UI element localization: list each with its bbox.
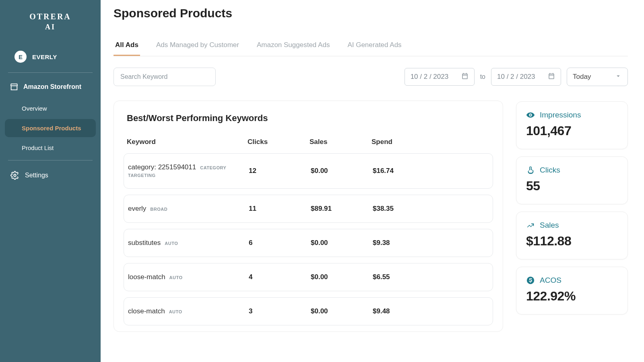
search-input[interactable]: [114, 68, 216, 86]
sidebar-item-sponsored-products[interactable]: Sponsored Products: [5, 119, 96, 137]
keyword-tag: AUTO: [169, 275, 183, 280]
cell-sales: $0.00: [311, 307, 373, 315]
dollar-icon: [526, 276, 535, 285]
nav-section-label: Amazon Storefront: [23, 83, 81, 90]
panel-title: Best/Worst Performing Keywords: [117, 113, 500, 134]
tab-ai-generated[interactable]: AI Generated Ads: [346, 35, 403, 56]
sidebar-item-product-list[interactable]: Product List: [5, 139, 96, 157]
date-from-input[interactable]: 10 / 2 / 2023: [405, 68, 475, 86]
kpi-value: 122.92%: [526, 289, 618, 304]
page-title: Sponsored Products: [114, 6, 628, 20]
header-sales: Sales: [310, 138, 372, 146]
user-row[interactable]: E EVERLY: [6, 44, 94, 69]
tabs: All Ads Ads Managed by Customer Amazon S…: [114, 35, 628, 56]
sidebar-item-settings[interactable]: Settings: [0, 164, 101, 187]
calendar-icon: [461, 72, 469, 82]
date-to-value: 10 / 2 / 2023: [497, 73, 535, 81]
touch-icon: [526, 166, 535, 175]
cell-clicks: 3: [249, 307, 311, 315]
cell-clicks: 12: [249, 167, 311, 175]
kpi-label: Clicks: [540, 166, 560, 175]
kpi-label: Sales: [540, 221, 559, 230]
kpi-card-clicks: Clicks55: [516, 156, 628, 204]
keyword-tag: AUTO: [165, 241, 178, 246]
cell-sales: $0.00: [311, 167, 373, 175]
cell-spend: $16.74: [373, 167, 489, 175]
main-content: Sponsored Products All Ads Ads Managed b…: [101, 0, 644, 362]
sidebar: OTRERA AI E EVERLY Amazon Storefront Ove…: [0, 0, 101, 362]
filter-row: 10 / 2 / 2023 to 10 / 2 / 2023 Today: [114, 68, 628, 86]
table-row[interactable]: substitutesAUTO6$0.00$9.38: [124, 229, 493, 257]
header-keyword: Keyword: [127, 138, 248, 146]
table-header: Keyword Clicks Sales Spend: [117, 134, 500, 153]
keyword-name: category: 2251594011: [128, 163, 196, 171]
keyword-tag: BROAD: [150, 207, 167, 212]
tab-all-ads[interactable]: All Ads: [114, 35, 140, 56]
kpi-value: $112.88: [526, 234, 618, 249]
calendar-icon: [548, 72, 555, 82]
svg-point-0: [14, 174, 16, 177]
user-name: EVERLY: [32, 53, 57, 60]
kpi-value: 101,467: [526, 123, 618, 138]
tab-amazon-suggested[interactable]: Amazon Suggested Ads: [255, 35, 331, 56]
cell-clicks: 11: [249, 205, 311, 213]
sidebar-item-overview[interactable]: Overview: [5, 99, 96, 117]
keywords-panel: Best/Worst Performing Keywords Keyword C…: [114, 101, 503, 332]
kpi-card-acos: ACOS122.92%: [516, 267, 628, 315]
cell-clicks: 4: [249, 273, 311, 281]
to-label: to: [480, 73, 485, 80]
keyword-name: loose-match: [128, 273, 165, 281]
cell-spend: $6.55: [373, 273, 489, 281]
cell-spend: $9.48: [373, 307, 489, 315]
keyword-tag: AUTO: [169, 309, 182, 314]
nav-section-storefront[interactable]: Amazon Storefront: [0, 76, 101, 98]
kpi-column: Impressions101,467Clicks55Sales$112.88AC…: [516, 101, 628, 332]
table-row[interactable]: everlyBROAD11$89.91$38.35: [124, 195, 493, 223]
brand-line1: OTRERA: [8, 12, 93, 21]
storefront-icon: [10, 82, 19, 91]
cell-spend: $38.35: [373, 205, 489, 213]
eye-icon: [526, 111, 535, 119]
divider: [8, 72, 93, 73]
settings-label: Settings: [25, 172, 48, 179]
keyword-name: substitutes: [128, 239, 161, 247]
content-row: Best/Worst Performing Keywords Keyword C…: [114, 101, 628, 332]
brand-line2: AI: [8, 23, 93, 31]
table-row[interactable]: loose-matchAUTO4$0.00$6.55: [124, 263, 493, 291]
cell-clicks: 6: [249, 239, 311, 247]
header-spend: Spend: [372, 138, 490, 146]
cell-spend: $9.38: [373, 239, 489, 247]
gear-icon: [10, 171, 19, 180]
header-clicks: Clicks: [248, 138, 310, 146]
cell-sales: $89.91: [311, 205, 373, 213]
divider: [8, 160, 93, 160]
cell-sales: $0.00: [311, 273, 373, 281]
keyword-name: close-match: [128, 307, 165, 315]
date-from-value: 10 / 2 / 2023: [411, 73, 449, 81]
keyword-name: everly: [128, 205, 146, 212]
brand-logo: OTRERA AI: [0, 8, 101, 39]
cell-sales: $0.00: [311, 239, 373, 247]
trend-icon: [526, 221, 535, 230]
chevron-down-icon: [615, 72, 622, 82]
table-row[interactable]: close-matchAUTO3$0.00$9.48: [124, 297, 493, 325]
kpi-label: ACOS: [540, 276, 561, 285]
kpi-card-sales: Sales$112.88: [516, 212, 628, 259]
tab-managed-by-customer[interactable]: Ads Managed by Customer: [155, 35, 241, 56]
table-row[interactable]: category: 2251594011CATEGORY TARGETING12…: [124, 153, 493, 189]
period-select[interactable]: Today: [567, 68, 628, 86]
kpi-label: Impressions: [540, 111, 581, 119]
date-to-input[interactable]: 10 / 2 / 2023: [491, 68, 561, 86]
kpi-value: 55: [526, 179, 618, 193]
period-value: Today: [573, 73, 591, 81]
avatar: E: [14, 51, 27, 63]
kpi-card-impressions: Impressions101,467: [516, 101, 628, 149]
